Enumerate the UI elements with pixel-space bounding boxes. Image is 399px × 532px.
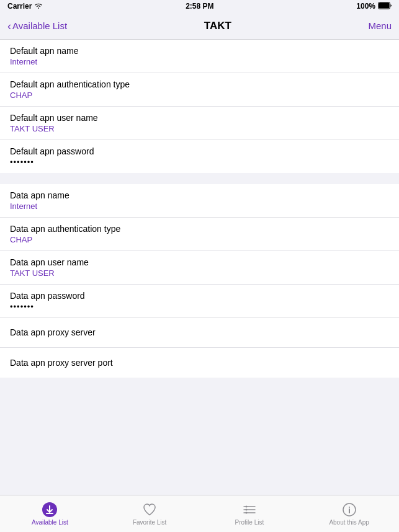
- default-apn-user-value: TAKT USER: [10, 124, 389, 133]
- data-apn-name-label: Data apn name: [10, 190, 389, 200]
- data-apn-proxy-port-row[interactable]: Data apn proxy server port: [0, 348, 399, 378]
- default-apn-password-label: Default apn password: [10, 146, 389, 156]
- default-apn-password-value: •••••••: [10, 157, 389, 167]
- tab-profile-list[interactable]: Profile List: [200, 502, 300, 526]
- info-icon: [341, 502, 357, 518]
- chevron-left-icon: ‹: [7, 20, 11, 32]
- svg-point-0: [38, 7, 40, 9]
- menu-button[interactable]: Menu: [368, 20, 392, 31]
- tab-about-app[interactable]: About this App: [299, 502, 399, 526]
- page-title: TAKT: [204, 20, 231, 32]
- tab-available-list-label: Available List: [32, 519, 68, 526]
- data-apn-user-label: Data apn user name: [10, 257, 389, 267]
- default-apn-name-row[interactable]: Default apn name Internet: [0, 40, 399, 73]
- nav-bar: ‹ Available List TAKT Menu: [0, 12, 399, 40]
- svg-point-8: [245, 509, 247, 511]
- svg-point-7: [245, 506, 247, 508]
- default-apn-user-row[interactable]: Default apn user name TAKT USER: [0, 107, 399, 140]
- tab-favorite-list[interactable]: Favorite List: [100, 502, 200, 526]
- tab-profile-list-label: Profile List: [235, 519, 264, 526]
- data-apn-password-value: •••••••: [10, 302, 389, 311]
- data-apn-password-row[interactable]: Data apn password •••••••: [0, 285, 399, 318]
- status-bar: Carrier 2:58 PM 100%: [0, 0, 399, 12]
- default-apn-name-value: Internet: [10, 57, 389, 66]
- back-label: Available List: [12, 20, 67, 31]
- status-right: 100%: [356, 2, 392, 11]
- download-icon: [42, 502, 58, 518]
- svg-point-12: [349, 507, 350, 508]
- default-apn-auth-label: Default apn authentication type: [10, 79, 389, 89]
- empty-space: [0, 378, 399, 495]
- data-apn-user-value: TAKT USER: [10, 268, 389, 278]
- data-apn-auth-row[interactable]: Data apn authentication type CHAP: [0, 218, 399, 251]
- data-apn-password-label: Data apn password: [10, 291, 389, 301]
- data-apn-user-row[interactable]: Data apn user name TAKT USER: [0, 251, 399, 285]
- battery-label: 100%: [356, 2, 375, 11]
- tab-available-list[interactable]: Available List: [0, 502, 100, 526]
- data-apn-auth-value: CHAP: [10, 235, 389, 244]
- data-apn-name-value: Internet: [10, 202, 389, 211]
- svg-point-9: [245, 512, 247, 514]
- data-apn-name-row[interactable]: Data apn name Internet: [0, 184, 399, 218]
- heart-icon: [141, 502, 158, 518]
- svg-rect-2: [379, 2, 389, 8]
- tab-favorite-list-label: Favorite List: [133, 519, 166, 526]
- data-apn-proxy-row[interactable]: Data apn proxy server: [0, 318, 399, 348]
- default-apn-user-label: Default apn user name: [10, 113, 389, 123]
- section-divider: [0, 173, 399, 184]
- list-icon: [241, 502, 258, 518]
- default-apn-password-row[interactable]: Default apn password •••••••: [0, 140, 399, 173]
- battery-icon: [378, 2, 392, 11]
- status-time: 2:58 PM: [186, 2, 213, 11]
- status-left: Carrier: [7, 2, 43, 11]
- default-apn-auth-row[interactable]: Default apn authentication type CHAP: [0, 73, 399, 107]
- wifi-icon: [34, 2, 43, 11]
- data-apn-proxy-label: Data apn proxy server: [10, 327, 389, 337]
- default-apn-auth-value: CHAP: [10, 91, 389, 100]
- content-area: Default apn name Internet Default apn au…: [0, 40, 399, 495]
- default-apn-name-label: Default apn name: [10, 46, 389, 56]
- tab-bar: Available List Favorite List Profile Lis…: [0, 495, 399, 532]
- data-apn-auth-label: Data apn authentication type: [10, 224, 389, 234]
- data-apn-section: Data apn name Internet Data apn authenti…: [0, 184, 399, 378]
- tab-about-app-label: About this App: [329, 519, 369, 526]
- carrier-label: Carrier: [7, 2, 32, 11]
- data-apn-proxy-port-label: Data apn proxy server port: [10, 358, 389, 368]
- back-button[interactable]: ‹ Available List: [7, 20, 67, 32]
- default-apn-section: Default apn name Internet Default apn au…: [0, 40, 399, 173]
